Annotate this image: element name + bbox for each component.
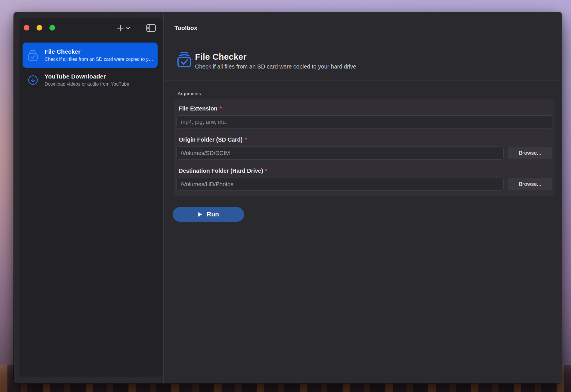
checklist-stack-icon bbox=[27, 49, 39, 61]
checklist-stack-icon bbox=[176, 51, 192, 68]
tool-item-title: File Checker bbox=[45, 48, 154, 55]
tool-title: File Checker bbox=[195, 51, 356, 62]
origin-folder-label: Origin Folder (SD Card)* bbox=[176, 136, 552, 143]
tool-item-title: YouTube Downloader bbox=[45, 73, 129, 80]
field-label-text: Destination Folder (Hard Drive) bbox=[179, 168, 263, 174]
close-button[interactable] bbox=[24, 25, 29, 31]
sidebar-item-file-checker[interactable]: File Checker Check if all files from an … bbox=[23, 43, 158, 68]
content-titlebar: Toolbox bbox=[164, 12, 562, 41]
minimize-button[interactable] bbox=[37, 25, 42, 31]
tool-header: File Checker Check if all files from an … bbox=[176, 51, 553, 70]
add-tool-button[interactable] bbox=[114, 23, 132, 33]
toggle-sidebar-button[interactable] bbox=[145, 23, 157, 33]
required-asterisk: * bbox=[265, 168, 268, 174]
file-extension-input[interactable] bbox=[176, 115, 552, 128]
destination-browse-button[interactable]: Browse... bbox=[508, 178, 552, 190]
required-asterisk: * bbox=[244, 136, 247, 143]
required-asterisk: * bbox=[220, 105, 222, 112]
run-button[interactable]: Run bbox=[173, 207, 244, 222]
sidebar-item-youtube-downloader[interactable]: YouTube Downloader Download videos or au… bbox=[23, 70, 158, 90]
tool-list: File Checker Check if all files from an … bbox=[23, 43, 158, 90]
arguments-form: File Extension* Origin Folder (SD Card)*… bbox=[174, 99, 554, 196]
destination-folder-input[interactable] bbox=[176, 178, 504, 191]
sidebar: File Checker Check if all files from an … bbox=[19, 18, 163, 377]
field-label-text: File Extension bbox=[179, 105, 218, 112]
plus-icon bbox=[116, 24, 124, 32]
zoom-button[interactable] bbox=[49, 25, 55, 31]
file-extension-label: File Extension* bbox=[176, 105, 552, 112]
arguments-label: Arguments bbox=[178, 91, 554, 97]
window-title: Toolbox bbox=[174, 25, 197, 31]
field-label-text: Origin Folder (SD Card) bbox=[179, 136, 242, 143]
tool-description: Check if all files from an SD card were … bbox=[195, 63, 356, 70]
sidebar-toggle-icon bbox=[146, 24, 156, 32]
header-divider bbox=[164, 41, 562, 41]
origin-folder-input[interactable] bbox=[176, 146, 504, 160]
tool-item-description: Download videos or audio from YouTube bbox=[45, 81, 129, 87]
traffic-lights bbox=[24, 25, 55, 31]
tool-item-description: Check if all files from an SD card were … bbox=[45, 57, 154, 62]
content-area: Toolbox File Checker Check if all files … bbox=[164, 12, 562, 383]
chevron-down-icon bbox=[126, 27, 130, 29]
arguments-section: Arguments File Extension* Origin Folder … bbox=[174, 81, 554, 222]
destination-folder-label: Destination Folder (Hard Drive)* bbox=[176, 167, 552, 174]
origin-browse-button[interactable]: Browse... bbox=[508, 147, 552, 159]
arrow-down-circle-icon bbox=[28, 75, 38, 85]
app-window: File Checker Check if all files from an … bbox=[14, 12, 562, 383]
play-icon bbox=[198, 212, 202, 217]
run-label: Run bbox=[207, 211, 219, 218]
